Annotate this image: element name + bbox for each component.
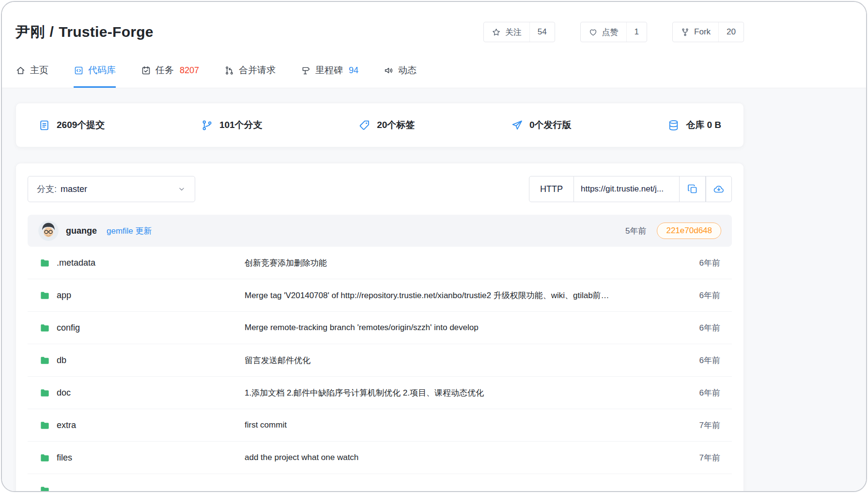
file-commit-message[interactable]: 1.添加文档 2.邮件中缺陷序号计算机制优化 2.项目、课程动态优化: [245, 387, 682, 398]
copy-icon: [687, 183, 698, 195]
tab-milestones[interactable]: 里程碑 94: [301, 64, 358, 88]
copy-url-button[interactable]: [680, 176, 706, 202]
branch-selector[interactable]: 分支: master: [28, 176, 195, 202]
file-name-link[interactable]: app: [57, 290, 71, 301]
commit-message-link[interactable]: gemfile 更新: [107, 225, 152, 237]
merge-request-icon: [224, 65, 234, 76]
file-name-link[interactable]: files: [57, 453, 72, 463]
file-name-link[interactable]: doc: [57, 388, 71, 398]
tab-tasks-label: 任务: [155, 64, 174, 77]
header-container: 尹刚 / Trustie-Forge 关注 54: [16, 2, 744, 88]
table-row[interactable]: .metadata 创新竞赛添加删除功能 6年前: [28, 247, 732, 279]
file-commit-message[interactable]: first commit: [245, 420, 682, 430]
chevron-down-icon: [177, 185, 186, 193]
tab-bar: 主页 代码库 任务 8207 合并请求 里程碑: [16, 64, 744, 88]
table-row[interactable]: doc 1.添加文档 2.邮件中缺陷序号计算机制优化 2.项目、课程动态优化 6…: [28, 377, 732, 409]
repo-link[interactable]: Trustie-Forge: [59, 24, 154, 40]
tab-tasks-count: 8207: [180, 65, 199, 76]
file-name-link[interactable]: config: [57, 323, 80, 333]
stat-tags-label: 20个标签: [377, 119, 415, 131]
tab-activity[interactable]: 动态: [384, 64, 417, 88]
file-commit-message[interactable]: add the project what one watch: [245, 453, 682, 462]
file-commit-time: 6年前: [682, 355, 732, 366]
table-row[interactable]: files add the project what one watch 7年前: [28, 442, 732, 474]
file-commit-time: 6年前: [682, 387, 732, 398]
folder-icon: [39, 257, 50, 269]
heart-icon: [589, 28, 598, 37]
commit-time: 5年前: [625, 225, 646, 237]
table-row[interactable]: config Merge remote-tracking branch 'rem…: [28, 312, 732, 344]
tab-milestones-count: 94: [349, 65, 358, 76]
file-commit-message[interactable]: 留言发送邮件优化: [245, 355, 682, 366]
file-commit-message[interactable]: Merge remote-tracking branch 'remotes/or…: [245, 323, 682, 333]
owner-link[interactable]: 尹刚: [16, 22, 45, 42]
watch-count[interactable]: 54: [529, 22, 555, 42]
praise-button[interactable]: 点赞 1: [580, 22, 647, 42]
repo-stats-bar: 2609个提交 101个分支 20个标签 0个发行版 仓库 0 B: [16, 103, 744, 147]
tab-home[interactable]: 主页: [16, 64, 48, 88]
file-name-cell: files: [28, 452, 245, 463]
folder-icon: [39, 355, 50, 366]
milestone-icon: [301, 65, 311, 76]
praise-label: 点赞: [602, 27, 619, 38]
download-button[interactable]: [706, 176, 732, 202]
activity-icon: [384, 65, 394, 76]
file-name-cell: db: [28, 355, 245, 366]
stat-tags[interactable]: 20个标签: [358, 119, 415, 131]
tab-tasks[interactable]: 任务 8207: [141, 64, 199, 88]
tab-merge-requests[interactable]: 合并请求: [224, 64, 276, 88]
avatar[interactable]: [38, 221, 59, 241]
file-commit-time: 6年前: [682, 322, 732, 334]
branch-icon: [201, 119, 213, 131]
folder-icon: [39, 387, 50, 398]
page-body: 2609个提交 101个分支 20个标签 0个发行版 仓库 0 B: [2, 88, 866, 492]
table-row[interactable]: db 留言发送邮件优化 6年前: [28, 344, 732, 377]
file-name-link[interactable]: db: [57, 355, 66, 366]
file-name-cell: .metadata: [28, 257, 245, 269]
file-name-cell: config: [28, 322, 245, 334]
folder-icon: [39, 452, 50, 463]
tab-code-repo[interactable]: 代码库: [74, 64, 116, 88]
repo-files-card: 分支: master HTTP: [16, 163, 744, 492]
tab-home-label: 主页: [30, 64, 48, 77]
file-commit-message[interactable]: 创新竞赛添加删除功能: [245, 257, 682, 269]
files-toolbar: 分支: master HTTP: [28, 176, 732, 202]
branch-value: master: [61, 184, 87, 194]
stat-repo-size[interactable]: 仓库 0 B: [667, 119, 721, 131]
file-name-link[interactable]: .metadata: [57, 258, 95, 268]
fork-button[interactable]: Fork 20: [672, 22, 744, 42]
folder-icon: [39, 420, 50, 431]
file-commit-message[interactable]: Merge tag 'V20140708' of http://reposito…: [245, 290, 682, 301]
branch-label: 分支:: [37, 183, 57, 195]
file-name-cell: extra: [28, 420, 245, 431]
file-name-link[interactable]: extra: [57, 420, 76, 430]
tab-merge-requests-label: 合并请求: [239, 64, 276, 77]
commit-author: guange: [66, 226, 97, 236]
stat-releases[interactable]: 0个发行版: [511, 119, 572, 131]
repo-size-icon: [667, 119, 680, 131]
page-title: 尹刚 / Trustie-Forge: [16, 22, 154, 42]
file-commit-time: 7年前: [682, 420, 732, 431]
commit-sha-badge[interactable]: 221e70d648: [657, 223, 721, 239]
protocol-select[interactable]: HTTP: [529, 176, 574, 202]
clone-url-input[interactable]: [574, 176, 680, 202]
file-name-cell: [28, 485, 245, 493]
latest-commit-bar: guange gemfile 更新 5年前 221e70d648: [28, 215, 732, 247]
file-commit-time: 7年前: [682, 452, 732, 463]
watch-button[interactable]: 关注 54: [483, 22, 555, 42]
fork-icon: [681, 28, 690, 37]
browser-frame: 尹刚 / Trustie-Forge 关注 54: [1, 1, 867, 492]
stat-commits[interactable]: 2609个提交: [38, 119, 105, 131]
file-name-cell: doc: [28, 387, 245, 398]
fork-count[interactable]: 20: [718, 22, 744, 42]
stat-branches[interactable]: 101个分支: [201, 119, 263, 131]
table-row[interactable]: extra first commit 7年前: [28, 409, 732, 442]
file-name-cell: app: [28, 290, 245, 301]
praise-count[interactable]: 1: [626, 22, 647, 42]
tab-activity-label: 动态: [398, 64, 417, 77]
table-row[interactable]: app Merge tag 'V20140708' of http://repo…: [28, 279, 732, 312]
table-row[interactable]: [28, 474, 732, 492]
file-commit-time: 6年前: [682, 257, 732, 269]
stat-releases-label: 0个发行版: [529, 119, 572, 131]
release-icon: [511, 119, 523, 131]
